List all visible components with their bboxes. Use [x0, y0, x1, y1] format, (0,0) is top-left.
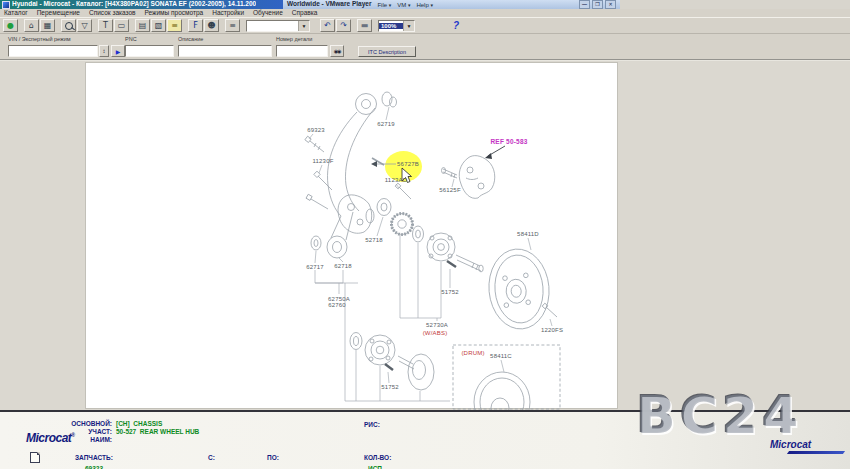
home-icon[interactable]: ⌂ — [24, 19, 39, 32]
user-search-icon[interactable]: ☻ — [204, 19, 219, 32]
chevron-down-icon[interactable]: ▼ — [403, 21, 414, 31]
part-callout[interactable]: 51752 — [441, 289, 459, 295]
footer-field-value: 50-527 REAR WHEEL HUB — [116, 429, 199, 436]
footer-field-value: [CH] CHASSIS — [116, 421, 162, 428]
user-search-icon: ☻ — [207, 22, 215, 30]
part-callout[interactable]: 58411C — [490, 353, 512, 359]
comment-icon[interactable]: ▬ — [357, 19, 372, 32]
footer-column-label: ЗАПЧАСТЬ: — [75, 455, 113, 462]
part-number-label: Номер детали — [276, 37, 312, 43]
exit-icon: ● — [7, 22, 14, 30]
zoom-combobox[interactable]: 100% ▼ — [378, 20, 415, 32]
chevron-down-icon: ▾ — [389, 2, 392, 8]
part-callout[interactable]: 11230F — [312, 158, 333, 164]
exit-icon[interactable]: ● — [3, 19, 18, 32]
guest-window-titlebar[interactable]: Hyundai - Microcat - Каталог: [H4X380PA0… — [0, 0, 283, 9]
help-button[interactable]: ? — [449, 19, 463, 32]
menu-item[interactable]: Каталог — [4, 10, 28, 17]
footer-field-label: ОСНОВНОЙ: — [50, 421, 112, 428]
part-callout[interactable]: 62719 — [377, 121, 395, 127]
menu-item[interactable]: Перемещение — [37, 10, 80, 17]
vmware-menu-help[interactable]: Help ▾ — [416, 2, 433, 8]
menu-item[interactable]: Справка — [292, 10, 318, 17]
part-callout[interactable]: 62718 — [334, 263, 352, 269]
filter-icon: ▽ — [81, 22, 87, 30]
vmware-menu-file[interactable]: File ▾ — [377, 2, 391, 8]
brand-swoosh — [787, 451, 845, 454]
minimize-button[interactable]: — — [579, 0, 590, 9]
part-callout[interactable]: 1123AD — [385, 177, 407, 183]
list-icon: ≡ — [229, 22, 236, 30]
comment-icon: ▬ — [361, 22, 369, 30]
menu-item[interactable]: Режимы просмотра — [145, 10, 204, 17]
vin-spinner[interactable]: ↕ — [99, 45, 109, 57]
part-callout[interactable]: 62760 — [328, 302, 346, 308]
menu-item[interactable]: Обучение — [253, 10, 283, 17]
part-callout[interactable]: 51752 — [381, 384, 399, 390]
pnc-input[interactable] — [125, 45, 174, 57]
microcat-brand-right: Microcat — [770, 440, 811, 450]
ric-label: РИС: — [364, 422, 380, 429]
part-callout[interactable]: 58411D — [517, 231, 539, 237]
text-label-icon[interactable]: T — [98, 19, 113, 32]
print-preview-icon: ▧ — [155, 22, 163, 30]
redo-icon: ↷ — [340, 22, 347, 30]
part-number-input[interactable] — [276, 45, 328, 57]
description-input[interactable] — [178, 45, 272, 57]
part-callout[interactable]: 69323 — [307, 127, 325, 133]
part-callout[interactable]: (DRUM) — [461, 350, 484, 356]
undo-icon: ↶ — [324, 22, 331, 30]
part-callout[interactable]: REF 50-583 — [490, 139, 527, 146]
notes-icon[interactable]: ≡ — [167, 19, 182, 32]
play-icon: ▶ — [116, 48, 121, 55]
part-search-button[interactable]: ◉◉ — [330, 45, 344, 57]
zoom-combobox-value: 100% — [379, 23, 403, 29]
guest-window-title: Hyundai - Microcat - Каталог: [H4X380PA0… — [12, 1, 256, 8]
index-icon[interactable]: F — [188, 19, 203, 32]
part-callout[interactable]: 52730A — [426, 322, 448, 328]
itc-description-button[interactable]: ITC Description — [358, 46, 416, 57]
menu-item[interactable]: Настройки — [212, 10, 244, 17]
vehicle-image-icon[interactable]: ▦ — [40, 19, 55, 32]
filter-icon[interactable]: ▽ — [77, 19, 92, 32]
vmware-titlebar[interactable]: Worldwide - VMware Player File ▾VM ▾Help… — [283, 0, 620, 9]
footer-field-label: УЧАСТ: — [50, 429, 112, 436]
part-callout[interactable]: (W/ABS) — [423, 330, 448, 336]
chevron-down-icon: ▾ — [430, 2, 433, 8]
part-callout[interactable]: 56125F — [439, 187, 461, 193]
watermark: BC24 — [636, 389, 802, 441]
part-callout[interactable]: 56727B — [397, 161, 419, 167]
vmware-menu-vm[interactable]: VM ▾ — [397, 2, 410, 8]
print-icon: ▤ — [139, 22, 147, 30]
part-callout[interactable]: 62717 — [306, 264, 324, 270]
search-icon[interactable] — [61, 19, 76, 32]
list-icon[interactable]: ≡ — [225, 19, 240, 32]
chevron-down-icon: ▾ — [408, 2, 411, 8]
part-callout[interactable]: 52718 — [365, 237, 383, 243]
main-area: 693236271911230F56727B1123ADREF 50-58356… — [0, 61, 850, 410]
menu-bar: КаталогПеремещениеСписок заказовРежимы п… — [0, 9, 850, 18]
pnc-label: PNC — [125, 37, 137, 43]
chevron-down-icon[interactable]: ▼ — [298, 21, 309, 31]
monitor-icon[interactable]: ▭ — [114, 19, 129, 32]
index-icon: F — [193, 22, 198, 30]
toolbar-left-groups: ●⌂▦▽T▭▤▧≡F☻≡ — [3, 19, 246, 32]
menu-item[interactable]: Список заказов — [89, 10, 136, 17]
vin-input[interactable] — [8, 45, 98, 57]
search-bar: VIN / Экспертный режим ↕ ▶ PNC Описание … — [0, 34, 850, 61]
history-combobox[interactable]: ▼ — [246, 20, 310, 32]
window-buttons: —❐✕ — [579, 0, 616, 9]
print-preview-icon[interactable]: ▧ — [151, 19, 166, 32]
footer-column-label: С: — [208, 455, 215, 462]
vin-go-button[interactable]: ▶ — [111, 45, 125, 57]
redo-icon[interactable]: ↷ — [336, 19, 351, 32]
monitor-icon: ▭ — [118, 22, 126, 30]
undo-icon[interactable]: ↶ — [320, 19, 335, 32]
print-icon[interactable]: ▤ — [135, 19, 150, 32]
restore-button[interactable]: ❐ — [592, 0, 603, 9]
close-button[interactable]: ✕ — [605, 0, 616, 9]
part-callout[interactable]: 1220FS — [541, 327, 563, 333]
document-icon[interactable] — [30, 452, 40, 463]
up-down-icon: ↕ — [103, 48, 106, 54]
toolbar-mid-groups: ↶↷▬ — [320, 19, 378, 32]
